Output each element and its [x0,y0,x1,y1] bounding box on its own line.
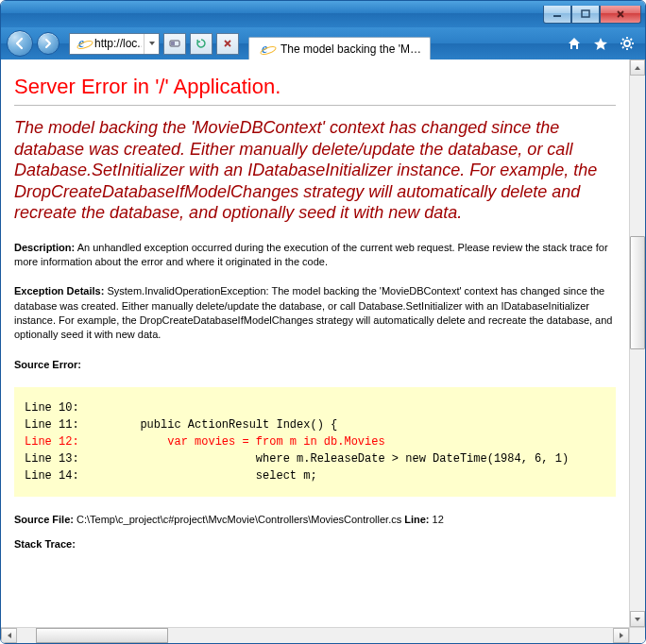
source-file-label: Source File: [14,514,74,525]
svg-point-4 [624,41,630,46]
stack-trace-label: Stack Trace: [14,538,616,550]
content-area: Server Error in '/' Application. The mod… [1,59,645,643]
error-title: Server Error in '/' Application. [14,75,616,99]
address-bar[interactable]: e [69,33,160,55]
browser-window: e e The model backing the 'Movi... [0,0,646,644]
ie-icon: e [256,41,273,58]
scroll-down-button[interactable] [630,611,645,627]
minimize-button[interactable] [543,6,571,24]
compat-view-button[interactable] [163,33,186,55]
favorites-icon[interactable] [592,35,609,52]
source-line-13: Line 13: where m.ReleaseDate > new DateT… [25,452,569,466]
scroll-thumb-horizontal[interactable] [36,628,168,643]
home-icon[interactable] [566,35,583,52]
ie-icon: e [73,35,90,52]
exception-section: Exception Details: System.InvalidOperati… [14,284,616,343]
scroll-track-vertical[interactable] [630,76,645,611]
refresh-button[interactable] [190,33,212,55]
scroll-thumb-vertical[interactable] [630,236,645,349]
source-line-12: Line 12: var movies = from m in db.Movie… [25,435,385,449]
navigation-bar: e e The model backing the 'Movi... [1,27,645,59]
scroll-track-horizontal[interactable] [17,628,613,643]
stop-button[interactable] [216,33,239,55]
error-message: The model backing the 'MovieDBContext' c… [14,117,616,224]
address-dropdown-icon[interactable] [144,34,159,54]
source-line-14: Line 14: select m; [25,469,317,483]
svg-rect-0 [553,15,561,17]
scroll-right-button[interactable] [613,628,629,643]
description-text: An unhandled exception occurred during t… [14,242,608,267]
description-label: Description: [14,242,75,253]
window-titlebar [1,1,645,27]
forward-button[interactable] [37,32,60,55]
tools-icon[interactable] [619,35,636,52]
source-line-10: Line 10: [25,401,79,415]
source-file-path: C:\Temp\c_project\c#project\MvcMovie\Con… [74,514,404,525]
scrollbar-corner [629,627,645,643]
vertical-scrollbar[interactable] [629,59,645,627]
back-button[interactable] [7,30,33,57]
scroll-left-button[interactable] [1,628,17,643]
exception-label: Exception Details: [14,285,104,297]
description-section: Description: An unhandled exception occu… [14,241,616,270]
exception-text: System.InvalidOperationException: The mo… [14,285,612,340]
source-line-11: Line 11: public ActionResult Index() { [25,418,337,432]
window-controls [543,6,641,24]
svg-rect-3 [171,42,175,45]
horizontal-scrollbar[interactable] [1,627,629,643]
source-code-block: Line 10: Line 11: public ActionResult In… [14,387,616,497]
line-number: 12 [430,514,444,525]
source-error-label: Source Error: [14,359,81,370]
divider [14,105,616,106]
source-file-section: Source File: C:\Temp\c_project\c#project… [14,514,616,525]
page-content: Server Error in '/' Application. The mod… [1,59,629,627]
maximize-button[interactable] [571,6,600,24]
svg-rect-1 [582,10,589,17]
source-error-section: Source Error: [14,358,616,372]
line-label: Line: [404,514,429,525]
browser-tab[interactable]: e The model backing the 'Movi... [248,37,431,60]
close-button[interactable] [600,6,641,24]
address-input[interactable] [93,34,144,54]
scroll-up-button[interactable] [630,59,645,76]
tab-title: The model backing the 'Movi... [280,42,422,56]
toolbar-right [566,35,639,52]
